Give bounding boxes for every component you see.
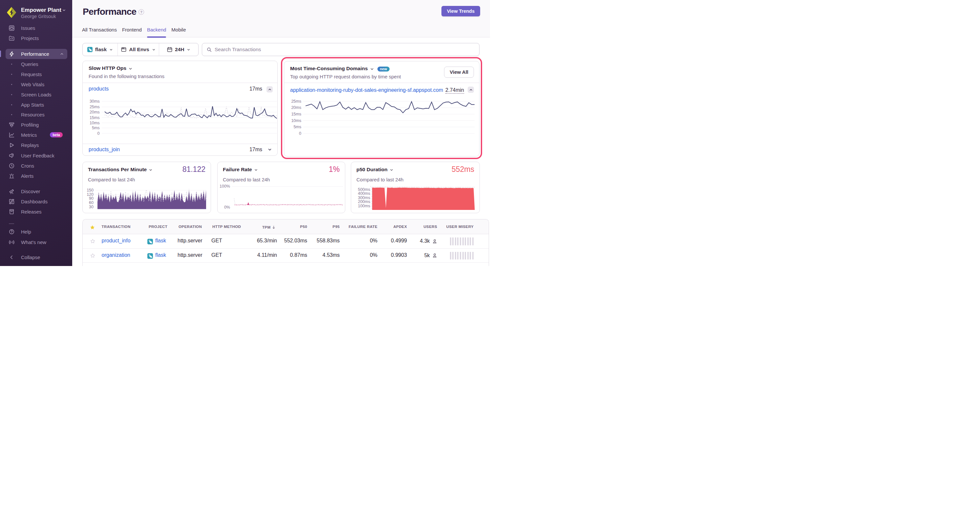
svg-text:10ms: 10ms bbox=[291, 118, 301, 123]
svg-text:100%: 100% bbox=[220, 184, 230, 189]
svg-text:60: 60 bbox=[89, 200, 94, 205]
svg-text:25ms: 25ms bbox=[291, 99, 301, 104]
svg-text:150: 150 bbox=[87, 188, 94, 192]
svg-text:100ms: 100ms bbox=[358, 203, 370, 208]
svg-text:5ms: 5ms bbox=[92, 125, 100, 130]
svg-text:0: 0 bbox=[299, 131, 301, 136]
svg-text:30: 30 bbox=[89, 204, 94, 209]
svg-text:0%: 0% bbox=[224, 205, 230, 209]
svg-text:30ms: 30ms bbox=[90, 99, 100, 104]
svg-text:10ms: 10ms bbox=[90, 121, 100, 125]
svg-text:15ms: 15ms bbox=[291, 112, 301, 116]
svg-text:25ms: 25ms bbox=[90, 105, 100, 109]
svg-text:20ms: 20ms bbox=[90, 110, 100, 114]
svg-text:0: 0 bbox=[97, 131, 100, 136]
svg-text:5ms: 5ms bbox=[293, 125, 301, 129]
svg-text:20ms: 20ms bbox=[291, 105, 301, 110]
svg-text:15ms: 15ms bbox=[90, 116, 100, 120]
